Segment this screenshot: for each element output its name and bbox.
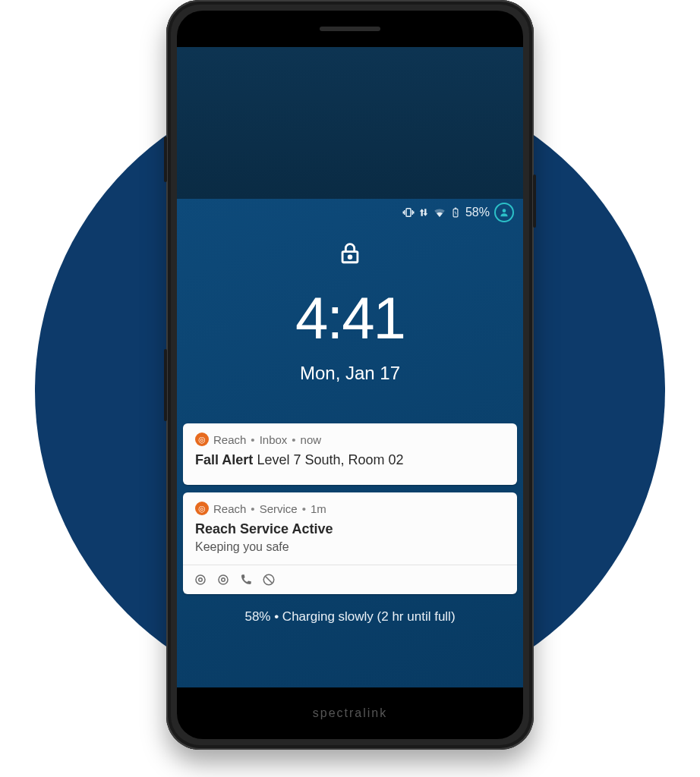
notification-channel: Service [260,502,298,515]
separator-dot: • [302,502,306,515]
lock-icon [337,240,363,266]
side-button [533,175,536,228]
speaker-grille [320,27,380,31]
clock-time: 4:41 [177,288,523,348]
separator-dot: • [251,433,254,446]
charging-status: 58% • Charging slowly (2 hr until full) [177,602,523,624]
status-bar: 58% [177,199,523,226]
svg-point-7 [219,575,228,584]
svg-point-6 [199,578,203,582]
notification-text: Level 7 South, Room 02 [257,452,403,467]
side-button [164,349,167,421]
tray-phone-icon [239,573,253,587]
tray-reach-icon [194,573,207,587]
reach-app-icon: ◎ [195,502,209,515]
phone-frame: 58% 4:41 Mon, Jan 17 ◎ Rea [166,0,534,750]
separator-dot: • [251,502,254,515]
tray-dnd-icon [262,573,276,587]
wifi-icon [432,206,447,219]
screen-gradient-bottom [177,47,523,199]
battery-icon [450,205,461,220]
notification-app-name: Reach [213,502,246,515]
notification-card[interactable]: ◎ Reach • Inbox • now Fall Alert Level 7… [183,423,517,485]
notification-time: now [301,433,322,446]
notification-title: Fall Alert [195,452,253,467]
tray-reach-icon [216,573,230,587]
notification-card[interactable]: ◎ Reach • Service • 1m Reach Service Act… [183,492,517,594]
notification-time: 1m [311,502,326,515]
notification-channel: Inbox [260,433,288,446]
device-brand: spectralink [313,706,387,720]
ongoing-icons-tray[interactable] [183,565,517,594]
clock-date: Mon, Jan 17 [177,363,523,384]
data-arrows-icon [418,206,429,219]
notification-app-name: Reach [213,433,246,446]
lock-screen[interactable]: 58% 4:41 Mon, Jan 17 ◎ Rea [177,47,523,687]
svg-rect-0 [406,209,411,217]
profile-avatar-icon[interactable] [494,203,514,222]
notification-title: Reach Service Active [195,521,505,537]
notification-area: ◎ Reach • Inbox • now Fall Alert Level 7… [177,423,523,602]
svg-point-5 [196,575,205,584]
svg-point-4 [348,256,352,259]
battery-percent: 58% [465,206,490,219]
reach-app-icon: ◎ [195,433,209,446]
svg-point-8 [222,578,225,582]
separator-dot: • [292,433,295,446]
notification-subtitle: Keeping you safe [195,540,505,554]
vibrate-icon [402,206,415,219]
svg-point-2 [503,209,506,212]
side-button [164,137,167,182]
